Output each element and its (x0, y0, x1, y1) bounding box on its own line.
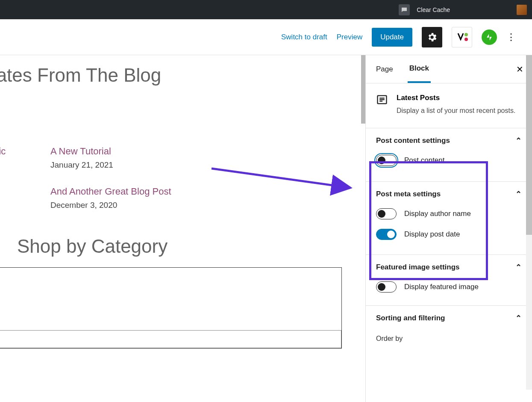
settings-button[interactable] (422, 27, 442, 47)
yoast-button[interactable] (452, 27, 472, 47)
list-item: g Post Article 20, 2021 (0, 186, 47, 210)
comments-icon[interactable] (399, 4, 410, 15)
panel-sorting: Sorting and filtering ⌃ Order by (366, 306, 532, 350)
toggle-label: Display author name (404, 210, 471, 218)
display-date-toggle[interactable] (376, 229, 397, 240)
chevron-up-icon: ⌃ (515, 136, 522, 145)
close-icon[interactable]: ✕ (516, 64, 523, 74)
block-card: Latest Posts Display a list of your most… (366, 83, 532, 128)
update-button[interactable]: Update (372, 28, 412, 47)
chevron-up-icon: ⌃ (515, 263, 522, 272)
chevron-up-icon: ⌃ (515, 313, 522, 323)
more-options-button[interactable]: ⋮ (506, 32, 516, 43)
jetpack-button[interactable] (482, 30, 497, 45)
svg-point-1 (464, 38, 468, 41)
post-date: December 3, 2020 (50, 201, 117, 210)
shortcode-input[interactable]: rby="menu_order"] (0, 330, 341, 348)
chevron-up-icon: ⌃ (515, 189, 522, 199)
editor-toolbar: Switch to draft Preview Update ⋮ (0, 19, 532, 55)
avatar[interactable] (517, 5, 527, 15)
display-featured-image-toggle[interactable] (376, 281, 397, 293)
post-link[interactable]: tion About a Topic (0, 146, 47, 157)
display-author-toggle[interactable] (376, 208, 397, 219)
list-item: And Another Great Blog Post December 3, … (50, 186, 209, 210)
panel-toggle-post-content[interactable]: Post content settings ⌃ (376, 136, 522, 145)
post-link[interactable]: A New Tutorial (50, 146, 209, 157)
blog-heading[interactable]: est Updates From The Blog (0, 65, 359, 86)
panel-featured-image: Featured image settings ⌃ Display featur… (366, 255, 532, 306)
clear-cache-link[interactable]: Clear Cache (417, 6, 450, 13)
shortcode-block[interactable]: rby="menu_order"] (0, 267, 342, 349)
panel-post-meta: Post meta settings ⌃ Display author name… (366, 182, 532, 255)
scrollbar-thumb[interactable] (526, 55, 532, 235)
sidebar-tabs: Page Block ✕ (366, 55, 532, 83)
shop-heading[interactable]: Shop by Category (17, 236, 359, 257)
svg-point-0 (464, 33, 468, 36)
block-description: Display a list of your most recent posts… (397, 106, 515, 116)
block-name: Latest Posts (397, 94, 515, 102)
panel-post-content: Post content settings ⌃ Post content (366, 128, 532, 182)
tab-block[interactable]: Block (408, 56, 431, 83)
panel-toggle-post-meta[interactable]: Post meta settings ⌃ (376, 189, 522, 199)
toggle-label: Display post date (404, 230, 460, 239)
latest-posts-icon (376, 94, 388, 106)
order-by-label: Order by (376, 335, 522, 343)
list-item: A New Tutorial January 21, 2021 (50, 146, 209, 170)
toggle-label: Display featured image (404, 283, 479, 291)
editor-canvas[interactable]: est Updates From The Blog tion About a T… (0, 55, 365, 402)
post-link[interactable]: And Another Great Blog Post (50, 186, 209, 197)
panel-toggle-sorting[interactable]: Sorting and filtering ⌃ (376, 313, 522, 323)
svg-line-2 (212, 168, 350, 188)
post-date: January 21, 2021 (50, 160, 113, 169)
admin-bar: Clear Cache (0, 0, 532, 19)
panel-toggle-featured-image[interactable]: Featured image settings ⌃ (376, 263, 522, 272)
post-content-toggle[interactable] (376, 155, 397, 166)
settings-sidebar: Page Block ✕ Latest Posts Display a list… (365, 55, 532, 402)
preview-button[interactable]: Preview (337, 33, 362, 41)
switch-to-draft-button[interactable]: Switch to draft (281, 33, 327, 41)
scrollbar-track[interactable] (526, 55, 532, 390)
post-link[interactable]: g Post Article (0, 186, 47, 197)
tab-page[interactable]: Page (374, 56, 395, 82)
annotation-arrow-icon (209, 166, 363, 196)
canvas-scrollbar[interactable] (361, 55, 365, 124)
toggle-label: Post content (404, 156, 445, 165)
list-item: tion About a Topic 21, 2021 (0, 146, 47, 170)
